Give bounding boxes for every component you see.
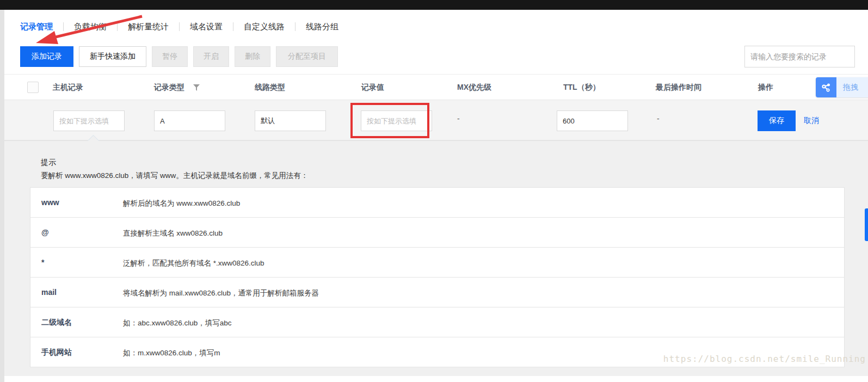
col-ttl: TTL（秒） bbox=[563, 83, 600, 93]
col-actions: 操作 bbox=[758, 83, 773, 93]
drag-sort-label: 拖拽 bbox=[836, 77, 868, 97]
col-line: 线路类型 bbox=[255, 83, 285, 93]
tab-separator bbox=[295, 22, 296, 31]
tab-resolution-stats[interactable]: 解析量统计 bbox=[128, 22, 169, 32]
search-input[interactable] bbox=[750, 52, 849, 61]
add-record-form-row: - - 保存 取消 bbox=[4, 100, 868, 140]
col-lastop: 最后操作时间 bbox=[656, 83, 701, 93]
delete-button[interactable]: 删除 bbox=[235, 46, 270, 67]
tips-title: 提示 bbox=[41, 158, 56, 168]
tab-separator bbox=[179, 22, 180, 31]
tip-term: @ bbox=[41, 228, 49, 237]
tip-term: * bbox=[41, 258, 44, 267]
tip-row-at: @ 直接解析主域名 xww0826.club bbox=[30, 218, 844, 248]
tip-desc: 将域名解析为 mail.xww0826.club，通常用于解析邮箱服务器 bbox=[123, 288, 319, 298]
select-all-checkbox[interactable] bbox=[27, 82, 39, 93]
browser-top-bar bbox=[0, 0, 868, 10]
left-gutter bbox=[0, 10, 4, 382]
tip-row-wildcard: * 泛解析，匹配其他所有域名 *.xww0826.club bbox=[30, 248, 844, 278]
tab-load-balancing[interactable]: 负载均衡 bbox=[74, 22, 107, 32]
quick-add-button[interactable]: 新手快速添加 bbox=[79, 46, 146, 67]
tip-term: 二级域名 bbox=[41, 318, 72, 328]
save-button[interactable]: 保存 bbox=[758, 110, 796, 131]
assign-project-button[interactable]: 分配至项目 bbox=[276, 46, 338, 67]
tips-table: www 解析后的域名为 www.xww0826.club @ 直接解析主域名 x… bbox=[30, 187, 845, 367]
tips-description: 要解析 www.xww0826.club，请填写 www。主机记录就是域名前缀，… bbox=[41, 171, 308, 181]
tab-separator bbox=[63, 22, 64, 31]
tip-desc: 直接解析主域名 xww0826.club bbox=[123, 229, 223, 238]
tab-line-groups[interactable]: 线路分组 bbox=[306, 22, 338, 32]
tab-record-management[interactable]: 记录管理 bbox=[20, 22, 53, 32]
cluster-icon bbox=[816, 77, 836, 97]
col-host: 主机记录 bbox=[53, 83, 83, 93]
tip-desc: 如：abc.xww0826.club，填写abc bbox=[123, 318, 232, 328]
last-op-value: - bbox=[657, 114, 660, 123]
tip-desc: 泛解析，匹配其他所有域名 *.xww0826.club bbox=[123, 258, 264, 268]
mx-value: - bbox=[457, 114, 460, 123]
tab-separator bbox=[233, 22, 233, 31]
tab-custom-lines[interactable]: 自定义线路 bbox=[244, 22, 285, 32]
tip-row-mail: mail 将域名解析为 mail.xww0826.club，通常用于解析邮箱服务… bbox=[30, 278, 844, 307]
tab-domain-settings[interactable]: 域名设置 bbox=[190, 22, 223, 32]
tip-term: 手机网站 bbox=[41, 348, 72, 358]
drag-sort-toggle[interactable]: 拖拽 bbox=[816, 77, 868, 97]
tip-desc: 解析后的域名为 www.xww0826.club bbox=[123, 199, 240, 208]
line-type-input[interactable] bbox=[255, 110, 326, 131]
col-value: 记录值 bbox=[361, 83, 384, 93]
add-record-button[interactable]: 添加记录 bbox=[20, 46, 73, 67]
tip-term: www bbox=[41, 198, 59, 207]
col-mx: MX优先级 bbox=[457, 83, 491, 93]
tip-row-subdomain: 二级域名 如：abc.xww0826.club，填写abc bbox=[30, 307, 844, 337]
toolbar: 添加记录 新手快速添加 暂停 开启 删除 分配至项目 bbox=[4, 44, 868, 74]
col-type: 记录类型 bbox=[154, 83, 184, 93]
tab-separator bbox=[117, 22, 118, 31]
tip-desc: 如：m.xww0826.club，填写m bbox=[123, 348, 220, 358]
csdn-watermark: https://blog.csdn.net/smile_Running bbox=[663, 354, 866, 364]
table-header-row: 主机记录 记录类型 线路类型 记录值 MX优先级 TTL（秒） 最后操作时间 操… bbox=[4, 74, 868, 100]
record-type-input[interactable] bbox=[154, 110, 225, 131]
filter-icon[interactable] bbox=[193, 84, 200, 91]
ttl-input[interactable] bbox=[557, 110, 628, 131]
right-edge-handle[interactable] bbox=[865, 208, 868, 241]
pause-button[interactable]: 暂停 bbox=[152, 46, 188, 67]
tip-row-www: www 解析后的域名为 www.xww0826.club bbox=[30, 188, 844, 218]
host-record-input[interactable] bbox=[53, 110, 125, 131]
cancel-link[interactable]: 取消 bbox=[804, 116, 819, 126]
tab-bar: 记录管理 负载均衡 解析量统计 域名设置 自定义线路 线路分组 bbox=[4, 10, 868, 44]
tip-term: mail bbox=[41, 288, 57, 297]
enable-button[interactable]: 开启 bbox=[193, 46, 229, 67]
record-value-input[interactable] bbox=[361, 110, 432, 131]
tips-panel: 提示 要解析 www.xww0826.club，请填写 www。主机记录就是域名… bbox=[4, 140, 868, 376]
search-box bbox=[744, 46, 855, 67]
